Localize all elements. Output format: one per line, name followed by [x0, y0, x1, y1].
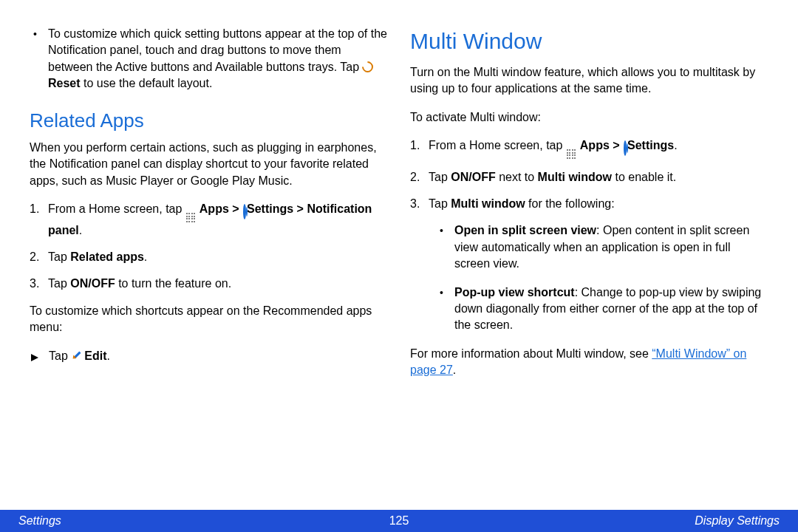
page-footer: Settings 125 Display Settings [0, 510, 798, 532]
tail: to use the default layout. [81, 77, 213, 89]
more-info-text: For more information about Multi window,… [410, 346, 768, 379]
apps-icon [186, 213, 196, 222]
mw-step-1: From a Home screen, tap Apps > Settings. [429, 137, 768, 159]
page-content: To customize which quick setting buttons… [0, 0, 798, 510]
split-screen-bullet: Open in split screen view: Open content … [454, 222, 768, 272]
footer-section: Settings [18, 513, 61, 529]
activate-intro: To activate Multi window: [410, 109, 768, 126]
settings-icon [624, 140, 627, 156]
multi-window-intro: Turn on the Multi window feature, which … [410, 64, 768, 98]
related-step-1: From a Home screen, tap Apps > Settings … [48, 201, 388, 239]
mw-step-3: Tap Multi window for the following: Open… [429, 196, 768, 334]
play-arrow-icon [30, 350, 39, 366]
text: To customize which quick setting buttons… [48, 27, 387, 73]
related-apps-intro: When you perform certain actions, such a… [30, 140, 388, 189]
related-apps-heading: Related Apps [30, 107, 388, 134]
left-column: To customize which quick setting buttons… [30, 26, 388, 510]
mw-step-2: Tap ON/OFF next to Multi window to enabl… [429, 169, 768, 185]
edit-icon [72, 351, 83, 361]
edit-step: Tap Edit. [49, 348, 388, 364]
customize-quicksettings-bullet: To customize which quick setting buttons… [48, 26, 388, 92]
settings-icon [243, 204, 246, 219]
right-column: Multi Window Turn on the Multi window fe… [410, 26, 768, 510]
reset-icon [360, 59, 375, 75]
page-number: 125 [389, 513, 409, 529]
reset-label: Reset [48, 77, 81, 89]
apps-icon [567, 149, 576, 159]
footer-subsection: Display Settings [695, 513, 780, 529]
multi-window-heading: Multi Window [410, 26, 768, 57]
popup-shortcut-bullet: Pop-up view shortcut: Change to pop-up v… [454, 284, 768, 334]
customize-shortcuts-intro: To customize which shortcuts appear on t… [30, 303, 388, 336]
related-step-3: Tap ON/OFF to turn the feature on. [48, 276, 388, 292]
related-step-2: Tap Related apps. [48, 249, 388, 265]
